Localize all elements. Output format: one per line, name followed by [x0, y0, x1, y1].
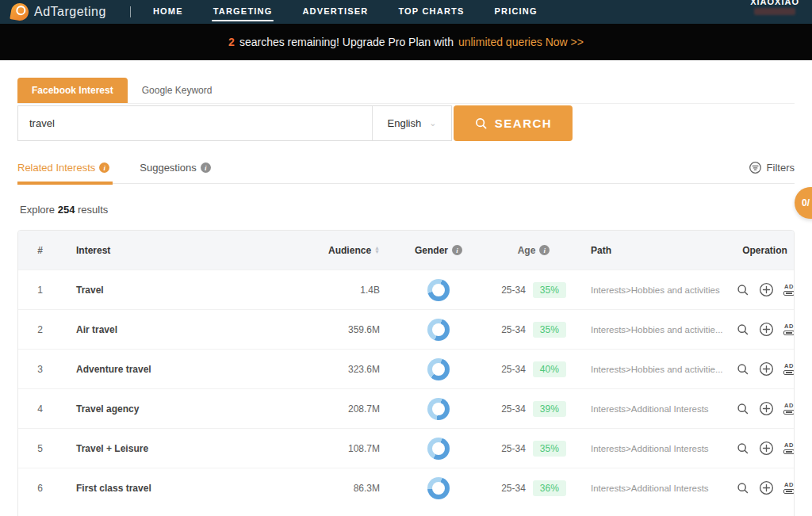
- header-rank: #: [18, 245, 62, 256]
- ad-icon[interactable]: AD: [783, 363, 795, 375]
- header-age: Age i: [494, 245, 573, 256]
- table-row: 6 First class travel 86.3M 25-34 36% Int…: [18, 468, 794, 507]
- info-icon: i: [99, 162, 109, 173]
- nav-item-top-charts[interactable]: TOP CHARTS: [398, 2, 464, 22]
- ad-icon-label: AD: [784, 363, 794, 369]
- add-interest-icon[interactable]: [759, 401, 774, 416]
- table-row: 4 Travel agency 208.7M 25-34 39% Interes…: [18, 388, 794, 428]
- tab-related-interests[interactable]: Related Interests i: [17, 152, 109, 183]
- language-select[interactable]: English ⌄: [372, 106, 451, 140]
- filters-label: Filters: [767, 162, 795, 174]
- top-navbar: AdTargeting HOME TARGETING ADVERTISER TO…: [0, 0, 812, 24]
- filter-icon: [749, 161, 762, 174]
- row-audience: 359.6M: [256, 324, 383, 335]
- gender-donut-chart: [427, 358, 450, 380]
- nav-item-home[interactable]: HOME: [153, 2, 183, 22]
- row-rank: 4: [18, 403, 62, 415]
- detail-search-icon[interactable]: [736, 441, 749, 455]
- table-row: 3 Adventure travel 323.6M 25-34 40% Inte…: [18, 349, 794, 388]
- header-gender: Gender i: [383, 245, 494, 256]
- info-icon: i: [452, 245, 462, 255]
- tab-google-keyword[interactable]: Google Keyword: [128, 78, 227, 103]
- nav-item-advertiser[interactable]: ADVERTISER: [302, 2, 368, 22]
- row-rank: 1: [18, 285, 62, 296]
- nav-item-pricing[interactable]: PRICING: [494, 2, 537, 22]
- row-age-percent: 40%: [533, 361, 566, 377]
- nav-item-targeting[interactable]: TARGETING: [213, 2, 273, 22]
- row-audience: 86.3M: [256, 483, 383, 494]
- ad-icon-base: [783, 291, 795, 296]
- language-value: English: [388, 117, 422, 129]
- search-icon: [474, 117, 488, 130]
- add-interest-icon[interactable]: [759, 441, 774, 456]
- ad-icon[interactable]: AD: [783, 323, 795, 335]
- filters-button[interactable]: Filters: [749, 161, 795, 174]
- row-path: Interests>Additional Interests: [573, 404, 736, 414]
- row-interest: Travel: [62, 285, 256, 296]
- related-interests-label: Related Interests: [17, 162, 95, 174]
- row-age-range: 25-34: [501, 285, 526, 296]
- row-path: Interests>Hobbies and activitie...: [573, 365, 736, 374]
- header-audience[interactable]: Audience ▲▼: [256, 245, 383, 256]
- search-input[interactable]: [18, 106, 372, 140]
- ad-icon[interactable]: AD: [783, 482, 795, 494]
- search-button-label: SEARCH: [495, 117, 552, 130]
- row-age-range: 25-34: [501, 324, 526, 335]
- row-path: Interests>Hobbies and activitie...: [573, 325, 736, 334]
- logo[interactable]: AdTargeting: [11, 3, 106, 21]
- header-operation: Operation: [736, 245, 794, 256]
- row-rank: 5: [18, 443, 62, 454]
- row-interest: First class travel: [62, 483, 256, 494]
- search-box: English ⌄: [17, 105, 452, 141]
- user-menu-blur: [754, 8, 795, 15]
- detail-search-icon[interactable]: [736, 481, 749, 495]
- row-interest: Travel agency: [62, 403, 256, 415]
- search-button[interactable]: SEARCH: [454, 105, 573, 141]
- upgrade-link[interactable]: unlimited queries Now >>: [458, 36, 584, 48]
- detail-search-icon[interactable]: [736, 323, 749, 336]
- row-age-percent: 36%: [533, 480, 566, 496]
- ad-icon-label: AD: [784, 442, 794, 449]
- user-menu[interactable]: XIAOXIAO: [750, 0, 799, 15]
- gender-donut-chart: [427, 279, 450, 301]
- ad-icon-base: [783, 489, 795, 494]
- logo-text: AdTargeting: [34, 5, 106, 19]
- search-row: English ⌄ SEARCH: [17, 105, 573, 141]
- user-name: XIAOXIAO: [750, 0, 799, 6]
- sort-icon[interactable]: ▲▼: [374, 247, 380, 254]
- table-row: 5 Travel + Leisure 108.7M 25-34 35% Inte…: [18, 428, 794, 468]
- detail-search-icon[interactable]: [736, 402, 749, 415]
- detail-search-icon[interactable]: [736, 283, 749, 296]
- suggestions-label: Suggestions: [140, 162, 197, 174]
- detail-search-icon[interactable]: [736, 362, 749, 376]
- ad-icon-label: AD: [784, 323, 794, 330]
- gender-donut-chart: [427, 477, 450, 499]
- results-number: 254: [58, 204, 75, 216]
- header-path: Path: [573, 245, 736, 256]
- table-header-row: # Interest Audience ▲▼ Gender i Age i Pa…: [18, 231, 794, 269]
- quota-badge-label: 0/: [802, 197, 810, 208]
- tab-facebook-interest[interactable]: Facebook Interest: [17, 78, 128, 103]
- ad-icon-base: [783, 331, 795, 335]
- ad-icon[interactable]: AD: [783, 284, 795, 296]
- row-interest: Adventure travel: [62, 364, 256, 375]
- row-rank: 2: [18, 324, 62, 335]
- add-interest-icon[interactable]: [759, 480, 774, 495]
- row-audience: 323.6M: [256, 364, 383, 375]
- gender-donut-chart: [427, 438, 450, 460]
- ad-icon[interactable]: AD: [783, 403, 795, 415]
- add-interest-icon[interactable]: [759, 322, 774, 337]
- ad-icon-label: AD: [784, 403, 794, 409]
- add-interest-icon[interactable]: [759, 361, 774, 376]
- row-path: Interests>Additional Interests: [573, 444, 736, 453]
- info-icon: i: [201, 162, 211, 173]
- ad-icon[interactable]: AD: [783, 442, 795, 454]
- ad-icon-label: AD: [784, 482, 794, 488]
- logo-icon: [10, 2, 29, 21]
- subtabs: Related Interests i Suggestions i Filter…: [17, 152, 795, 184]
- tab-suggestions[interactable]: Suggestions i: [140, 152, 211, 183]
- add-interest-icon[interactable]: [759, 282, 774, 297]
- quota-badge[interactable]: 0/: [795, 187, 812, 219]
- chevron-down-icon: ⌄: [429, 118, 436, 128]
- gender-donut-chart: [427, 319, 450, 341]
